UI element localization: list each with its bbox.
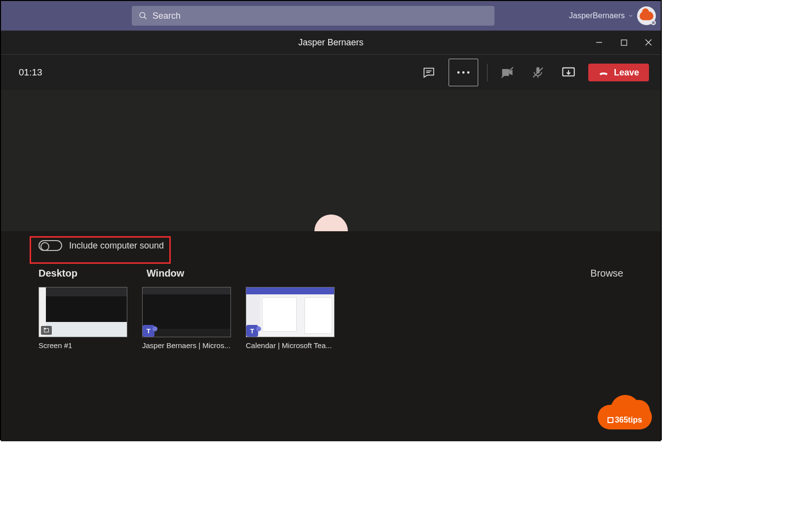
leave-label: Leave xyxy=(614,68,639,78)
share-option-screen-1[interactable]: Screen #1 xyxy=(38,287,127,350)
more-icon xyxy=(456,71,470,74)
toolbar-divider xyxy=(487,64,488,81)
svg-rect-3 xyxy=(621,39,626,45)
user-menu[interactable]: JasperBernaers xyxy=(569,11,634,20)
avatar[interactable] xyxy=(637,6,656,25)
chat-button[interactable] xyxy=(418,62,440,83)
tab-window[interactable]: Window xyxy=(147,268,184,279)
search-icon xyxy=(139,11,148,20)
thumbnail-label: Screen #1 xyxy=(38,341,127,350)
chat-icon xyxy=(422,66,435,79)
svg-point-0 xyxy=(140,12,145,18)
camera-button[interactable] xyxy=(496,62,518,83)
share-screen-icon xyxy=(562,66,575,79)
thumbnail-label: Calendar | Microsoft Tea... xyxy=(246,341,335,350)
call-header: Jasper Bernaers xyxy=(1,31,661,55)
chevron-down-icon xyxy=(628,13,634,19)
title-bar: Search JasperBernaers xyxy=(1,1,661,31)
camera-off-icon xyxy=(500,66,514,79)
include-sound-toggle[interactable] xyxy=(38,240,62,251)
user-name: JasperBernaers xyxy=(569,11,625,20)
participant-avatar xyxy=(314,214,348,231)
watermark-text: 365tips xyxy=(615,416,642,425)
svg-line-1 xyxy=(145,17,147,19)
svg-point-10 xyxy=(467,71,470,74)
mic-button[interactable] xyxy=(527,62,549,83)
maximize-button[interactable] xyxy=(611,31,636,55)
call-title: Jasper Bernaers xyxy=(298,37,363,48)
minimize-button[interactable] xyxy=(587,31,611,55)
presence-badge xyxy=(651,20,656,25)
thumbnail-preview: T xyxy=(142,287,231,337)
popout-icon xyxy=(43,327,50,333)
svg-point-8 xyxy=(457,71,460,74)
teams-icon: T xyxy=(143,325,154,337)
browse-link[interactable]: Browse xyxy=(590,268,623,279)
svg-point-9 xyxy=(462,71,465,74)
thumbnail-preview: T xyxy=(246,287,335,337)
office-icon xyxy=(607,417,613,423)
teams-icon: T xyxy=(246,325,258,337)
share-option-window-2[interactable]: T Calendar | Microsoft Tea... xyxy=(246,287,335,350)
video-stage xyxy=(1,90,661,231)
thumbnail-label: Jasper Bernaers | Micros... xyxy=(142,341,231,350)
thumbnail-preview xyxy=(38,287,127,337)
more-actions-button[interactable] xyxy=(449,59,478,86)
search-placeholder: Search xyxy=(152,11,181,21)
teams-window: Search JasperBernaers Jasper Bernaers 01… xyxy=(0,0,662,440)
call-toolbar: 01:13 Leave xyxy=(1,55,661,90)
leave-button[interactable]: Leave xyxy=(588,64,649,81)
share-button[interactable] xyxy=(558,62,579,83)
mic-off-icon xyxy=(531,66,544,79)
hangup-icon xyxy=(598,67,609,78)
search-input[interactable]: Search xyxy=(132,6,494,26)
avatar-image xyxy=(640,11,653,20)
window-controls xyxy=(587,31,661,55)
share-tray: Include computer sound Desktop Window Br… xyxy=(1,231,661,441)
call-timer: 01:13 xyxy=(19,67,42,78)
tab-desktop[interactable]: Desktop xyxy=(38,268,77,279)
watermark-logo: 365tips xyxy=(598,395,652,429)
share-option-window-1[interactable]: T Jasper Bernaers | Micros... xyxy=(142,287,231,350)
close-button[interactable] xyxy=(636,31,661,55)
